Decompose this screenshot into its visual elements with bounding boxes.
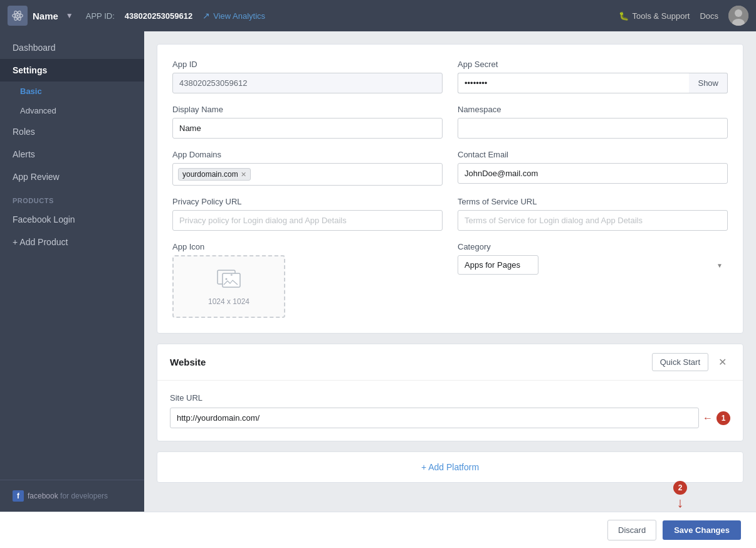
app-id-field-label: App ID xyxy=(172,60,443,69)
app-secret-field[interactable] xyxy=(458,73,689,93)
group-app-id: App ID xyxy=(172,60,443,93)
group-terms-service: Terms of Service URL xyxy=(458,197,728,231)
annotation-badge-2: 2 xyxy=(673,481,687,495)
chevron-down-icon: ▼ xyxy=(66,11,73,20)
add-platform-bar[interactable]: + Add Platform xyxy=(157,451,743,483)
annotation-arrow-1: ← xyxy=(703,413,713,424)
sidebar-item-alerts[interactable]: Alerts xyxy=(0,143,144,166)
top-bar: Name ▼ APP ID: 438020253059612 ↗ View An… xyxy=(0,0,756,31)
svg-text:+: + xyxy=(230,272,233,278)
top-bar-center: APP ID: 438020253059612 ↗ View Analytics xyxy=(73,11,619,21)
website-card: Website Quick Start ✕ Site URL ← 1 xyxy=(157,344,743,441)
group-category: Category Apps for Pages ▼ xyxy=(458,242,728,318)
app-secret-label: App Secret xyxy=(458,60,728,69)
sidebar-bottom: f facebook for developers xyxy=(0,480,144,512)
settings-card: App ID App Secret Show Display Name xyxy=(157,44,743,334)
tools-support-link[interactable]: 🐛 Tools & Support xyxy=(619,11,690,21)
row-privacy-terms: Privacy Policy URL Terms of Service URL xyxy=(172,197,728,231)
top-bar-right: 🐛 Tools & Support Docs xyxy=(619,6,748,26)
sidebar-item-add-product[interactable]: + Add Product xyxy=(0,231,144,253)
sidebar-item-basic[interactable]: Basic xyxy=(0,82,144,101)
annotation-badge-2-wrapper: 2 ↓ xyxy=(673,481,687,510)
site-url-row: ← 1 xyxy=(170,408,730,428)
tools-support-label: Tools & Support xyxy=(633,11,690,21)
svg-point-9 xyxy=(226,278,228,280)
secret-wrapper: Show xyxy=(458,73,728,93)
upload-icon: + xyxy=(216,267,241,293)
group-namespace: Namespace xyxy=(458,105,728,139)
app-icon-label: App Icon xyxy=(172,242,443,251)
app-id-value: 438020253059612 xyxy=(125,11,192,21)
group-app-icon: App Icon + 1024 x 1024 xyxy=(172,242,443,318)
display-name-label: Display Name xyxy=(172,105,443,114)
website-card-actions: Quick Start ✕ xyxy=(652,353,730,371)
display-name-field[interactable] xyxy=(172,118,443,139)
view-analytics-label: View Analytics xyxy=(213,11,265,21)
privacy-policy-field[interactable] xyxy=(172,210,443,231)
show-secret-button[interactable]: Show xyxy=(689,73,728,93)
site-url-label: Site URL xyxy=(170,393,202,403)
app-id-field[interactable] xyxy=(172,73,443,93)
privacy-policy-label: Privacy Policy URL xyxy=(172,197,443,206)
domain-tag-text: yourdomain.com xyxy=(182,170,238,179)
analytics-icon: ↗ xyxy=(202,11,210,21)
annotation-arrow-2: ↓ xyxy=(677,496,684,510)
group-display-name: Display Name xyxy=(172,105,443,139)
app-icon-size-label: 1024 x 1024 xyxy=(208,297,249,306)
app-id-label: APP ID: xyxy=(86,11,115,21)
sidebar-item-facebook-login[interactable]: Facebook Login xyxy=(0,208,144,231)
category-select[interactable]: Apps for Pages xyxy=(458,255,538,275)
sidebar-item-advanced[interactable]: Advanced xyxy=(0,101,144,120)
avatar[interactable] xyxy=(728,6,748,26)
group-contact-email: Contact Email xyxy=(458,150,728,186)
products-section-label: PRODUCTS xyxy=(0,188,144,208)
discard-button[interactable]: Discard xyxy=(607,520,656,540)
sidebar-nav: Dashboard Settings Basic Advanced Roles … xyxy=(0,31,144,258)
website-title: Website xyxy=(170,357,206,367)
contact-email-field[interactable] xyxy=(458,163,728,184)
app-domains-input[interactable]: yourdomain.com ✕ xyxy=(172,163,443,186)
category-label: Category xyxy=(458,242,728,251)
content-area: App ID App Secret Show Display Name xyxy=(144,31,756,512)
sidebar-item-roles[interactable]: Roles xyxy=(0,120,144,143)
app-domains-label: App Domains xyxy=(172,150,443,159)
namespace-field[interactable] xyxy=(458,118,728,139)
fb-icon: f xyxy=(13,490,24,502)
main-layout: Dashboard Settings Basic Advanced Roles … xyxy=(0,31,756,512)
namespace-label: Namespace xyxy=(458,105,728,114)
add-platform-label: + Add Platform xyxy=(421,462,479,472)
svg-point-3 xyxy=(16,14,18,16)
save-changes-button[interactable]: Save Changes xyxy=(663,520,741,540)
facebook-dev-logo: f facebook for developers xyxy=(13,490,132,502)
app-selector[interactable]: Name ▼ xyxy=(8,6,73,26)
quick-start-button[interactable]: Quick Start xyxy=(652,353,708,371)
row-domains-email: App Domains yourdomain.com ✕ Contact Ema… xyxy=(172,150,728,186)
app-icon-upload[interactable]: + 1024 x 1024 xyxy=(172,255,285,318)
row-icon-category: App Icon + 1024 x 1024 xyxy=(172,242,728,318)
sidebar-item-app-review[interactable]: App Review xyxy=(0,166,144,188)
footer: 2 ↓ Discard Save Changes xyxy=(0,512,756,548)
site-url-field[interactable] xyxy=(170,408,699,428)
sidebar-item-dashboard[interactable]: Dashboard xyxy=(0,36,144,59)
atom-icon xyxy=(8,6,28,26)
website-card-body: Site URL ← 1 xyxy=(157,381,743,441)
annotation-badge-1: 1 xyxy=(717,411,730,425)
facebook-label: facebook for developers xyxy=(28,492,108,500)
domain-tag-remove[interactable]: ✕ xyxy=(241,171,246,179)
bug-icon: 🐛 xyxy=(619,11,629,21)
sidebar-item-settings[interactable]: Settings xyxy=(0,59,144,82)
group-app-domains: App Domains yourdomain.com ✕ xyxy=(172,150,443,186)
website-card-header: Website Quick Start ✕ xyxy=(157,344,743,381)
chevron-down-icon: ▼ xyxy=(717,261,723,268)
contact-email-label: Contact Email xyxy=(458,150,728,159)
close-website-icon[interactable]: ✕ xyxy=(715,355,730,369)
domain-tag: yourdomain.com ✕ xyxy=(178,168,251,181)
docs-link[interactable]: Docs xyxy=(700,11,718,21)
view-analytics-link[interactable]: ↗ View Analytics xyxy=(202,11,265,21)
terms-service-label: Terms of Service URL xyxy=(458,197,728,206)
row-display-namespace: Display Name Namespace xyxy=(172,105,728,139)
terms-service-field[interactable] xyxy=(458,210,728,231)
sidebar: Dashboard Settings Basic Advanced Roles … xyxy=(0,31,144,512)
svg-point-5 xyxy=(735,9,742,17)
category-select-wrapper: Apps for Pages ▼ xyxy=(458,255,728,275)
